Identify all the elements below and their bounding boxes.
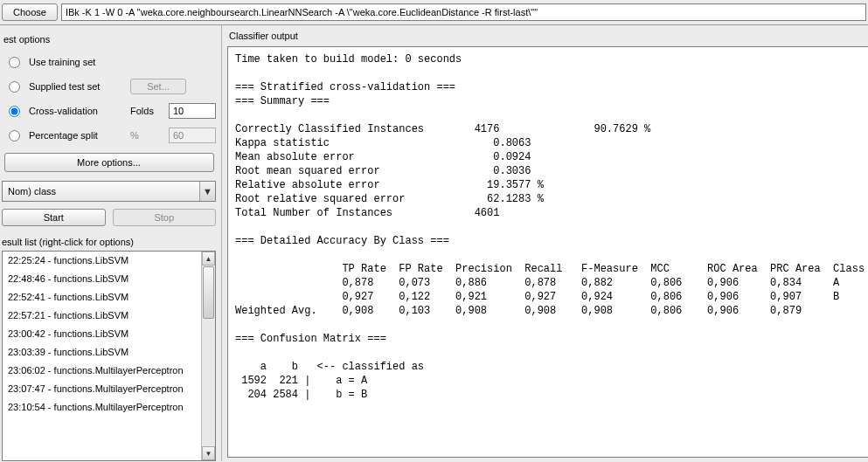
list-item[interactable]: 23:06:02 - functions.MultilayerPerceptro… [3,362,201,380]
stop-button: Stop [113,209,217,226]
option-cross-validation[interactable]: Cross-validation Folds [2,99,216,123]
start-button[interactable]: Start [2,209,106,226]
right-panel: Classifier output Time taken to build mo… [222,25,868,461]
scroll-thumb[interactable] [203,266,214,319]
radio-supplied-test-set[interactable] [9,81,20,93]
list-item[interactable]: 23:07:47 - functions.MultilayerPerceptro… [3,380,201,398]
label-cross-validation: Cross-validation [29,106,125,116]
scroll-up-icon[interactable]: ▲ [202,252,215,265]
label-folds: Folds [130,106,163,116]
option-supplied-test-set[interactable]: Supplied test set Set... [2,74,216,99]
set-button: Set... [130,79,186,94]
classifier-output[interactable]: Time taken to build model: 0 seconds ===… [227,46,868,458]
option-percentage-split[interactable]: Percentage split % [2,123,216,148]
list-item[interactable]: 23:03:39 - functions.LibSVM [3,343,201,362]
folds-input[interactable] [169,103,216,119]
list-item[interactable]: 22:25:24 - functions.LibSVM [3,252,201,270]
label-training-set: Use training set [29,57,125,67]
radio-cross-validation[interactable] [9,106,20,117]
choose-button[interactable]: Choose [2,3,58,21]
label-supplied-test-set: Supplied test set [29,81,125,92]
radio-training-set[interactable] [9,57,20,68]
main-area: est options Use training set Supplied te… [0,25,868,461]
label-percent: % [130,130,163,141]
chevron-down-icon[interactable]: ▼ [199,182,215,201]
test-options-title: est options [2,29,216,50]
start-stop-row: Start Stop [0,209,221,233]
scroll-down-icon[interactable]: ▼ [202,446,215,460]
radio-percentage-split[interactable] [9,130,20,141]
result-list[interactable]: 22:25:24 - functions.LibSVM22:48:46 - fu… [2,251,216,461]
list-item[interactable]: 22:57:21 - functions.LibSVM [3,307,201,325]
label-percentage-split: Percentage split [29,130,125,141]
list-item[interactable]: 23:10:54 - functions.MultilayerPerceptro… [3,398,201,417]
option-training-set[interactable]: Use training set [2,50,216,74]
list-item[interactable]: 23:00:42 - functions.LibSVM [3,325,201,343]
class-attribute-combo[interactable]: Nom) class ▼ [2,181,216,202]
percent-input [169,128,216,143]
classifier-command-input[interactable] [61,3,866,21]
list-item[interactable]: 22:52:41 - functions.LibSVM [3,288,201,307]
combo-selected-value: Nom) class [3,186,199,197]
result-list-title: esult list (right-click for options) [0,233,221,251]
classifier-output-title: Classifier output [227,25,868,46]
classifier-chooser-bar: Choose [0,0,868,25]
scrollbar[interactable]: ▲ ▼ [201,252,215,460]
list-item[interactable]: 22:48:46 - functions.LibSVM [3,270,201,288]
test-options-panel: est options Use training set Supplied te… [0,25,221,181]
more-options-button[interactable]: More options... [4,153,214,172]
left-panel: est options Use training set Supplied te… [0,25,222,461]
